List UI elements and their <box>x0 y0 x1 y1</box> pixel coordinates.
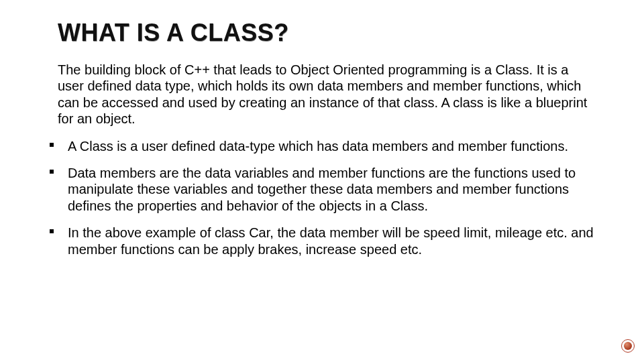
bullet-text: Data members are the data variables and … <box>68 166 576 213</box>
bullet-item: Data members are the data variables and … <box>58 165 597 214</box>
square-bullet-icon <box>50 170 54 174</box>
square-bullet-icon <box>50 229 54 233</box>
bullet-item: In the above example of class Car, the d… <box>58 225 597 257</box>
slide-title: WHAT IS A CLASS? <box>58 19 597 47</box>
intro-paragraph: The building block of C++ that leads to … <box>58 62 597 127</box>
bullet-list: A Class is a user defined data-type whic… <box>58 138 597 257</box>
circle-dot-icon <box>621 339 635 353</box>
bullet-text: In the above example of class Car, the d… <box>68 225 594 256</box>
badge-inner-dot <box>624 342 632 350</box>
bullet-text: A Class is a user defined data-type whic… <box>68 139 568 154</box>
square-bullet-icon <box>50 143 54 147</box>
bullet-item: A Class is a user defined data-type whic… <box>58 138 597 154</box>
slide: WHAT IS A CLASS? The building block of C… <box>0 0 644 362</box>
